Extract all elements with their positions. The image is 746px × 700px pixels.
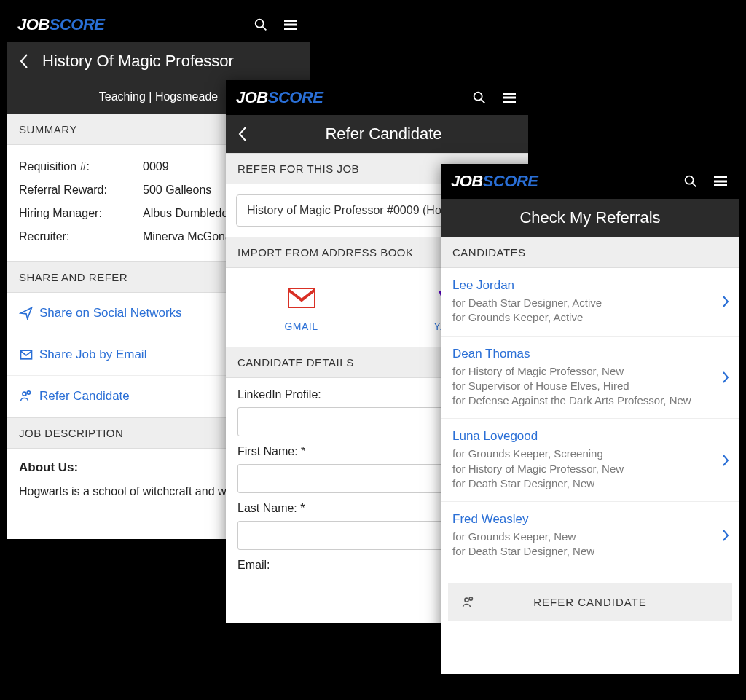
titlebar: Check My Referrals xyxy=(441,199,739,237)
refer-icon xyxy=(19,389,39,404)
titlebar: History Of Magic Professor xyxy=(7,42,310,80)
menu-icon[interactable] xyxy=(500,89,518,106)
candidate-line: for Grounds Keeper, Active xyxy=(452,310,728,325)
logo-job: JOB xyxy=(236,88,268,106)
svg-point-8 xyxy=(474,93,482,101)
page-title: Refer Candidate xyxy=(261,125,506,143)
svg-point-0 xyxy=(256,20,264,28)
svg-line-16 xyxy=(692,183,696,186)
summary-label: Hiring Manager: xyxy=(19,207,143,220)
action-label: Share Job by Email xyxy=(39,347,146,362)
candidate-line: for Supervisor of House Elves, Hired xyxy=(452,379,728,393)
candidate-name: Dean Thomas xyxy=(452,347,728,361)
svg-rect-17 xyxy=(714,176,727,178)
footer-btn-label: REFER CANDIDATE xyxy=(533,596,647,608)
candidate-item[interactable]: Dean Thomasfor History of Magic Professo… xyxy=(441,337,739,420)
svg-line-9 xyxy=(481,99,484,103)
candidate-line: for History of Magic Professor, New xyxy=(452,364,728,379)
share-icon xyxy=(19,306,39,320)
email-icon xyxy=(19,347,39,362)
svg-point-20 xyxy=(465,598,468,602)
refer-icon xyxy=(461,595,476,610)
candidate-name: Lee Jordan xyxy=(452,278,728,293)
candidate-name: Fred Weasley xyxy=(452,512,728,527)
action-label: Share on Social Networks xyxy=(39,306,182,320)
action-label: Refer Candidate xyxy=(39,389,130,404)
search-icon[interactable] xyxy=(683,173,699,189)
topbar: JOBSCORE xyxy=(441,164,739,199)
chevron-right-icon xyxy=(722,529,729,542)
topbar: JOBSCORE xyxy=(226,80,528,115)
candidate-item[interactable]: Fred Weasleyfor Grounds Keeper, Newfor D… xyxy=(441,502,739,570)
topbar: JOBSCORE xyxy=(7,7,310,42)
svg-rect-18 xyxy=(714,181,727,183)
search-icon[interactable] xyxy=(253,17,269,33)
svg-rect-10 xyxy=(503,93,516,95)
candidate-item[interactable]: Luna Lovegoodfor Grounds Keeper, Screeni… xyxy=(441,419,739,502)
logo-score: SCORE xyxy=(50,15,105,34)
menu-icon[interactable] xyxy=(712,173,729,190)
svg-rect-12 xyxy=(503,101,516,103)
candidate-line: for Grounds Keeper, New xyxy=(452,530,728,544)
candidate-line: for Defense Against the Dark Arts Profes… xyxy=(452,393,728,408)
svg-rect-4 xyxy=(284,28,297,30)
logo-job: JOB xyxy=(17,15,50,34)
import-label: GMAIL xyxy=(226,320,377,332)
menu-icon[interactable] xyxy=(282,16,299,34)
summary-label: Recruiter: xyxy=(19,230,143,243)
candidate-line: for Death Star Designer, Active xyxy=(452,296,728,310)
logo: JOBSCORE xyxy=(451,172,670,191)
svg-rect-3 xyxy=(284,24,297,26)
candidate-item[interactable]: Lee Jordanfor Death Star Designer, Activ… xyxy=(441,268,739,337)
back-icon[interactable] xyxy=(237,126,248,142)
back-icon[interactable] xyxy=(19,53,29,69)
svg-point-15 xyxy=(686,176,694,184)
svg-rect-11 xyxy=(503,97,516,99)
candidate-line: for Grounds Keeper, Screening xyxy=(452,447,728,461)
summary-label: Referral Reward: xyxy=(19,184,143,197)
chevron-right-icon xyxy=(722,454,729,467)
page-title: Check My Referrals xyxy=(452,208,728,227)
section-candidates: CANDIDATES xyxy=(441,237,739,268)
search-icon[interactable] xyxy=(471,90,487,106)
summary-label: Requisition #: xyxy=(19,160,143,173)
candidate-line: for Death Star Designer, New xyxy=(452,476,728,491)
candidate-name: Luna Lovegood xyxy=(452,429,728,444)
candidate-list: Lee Jordanfor Death Star Designer, Activ… xyxy=(441,268,739,570)
check-referrals-screen: JOBSCORE Check My Referrals CANDIDATES L… xyxy=(441,164,739,674)
logo: JOBSCORE xyxy=(236,88,458,107)
candidate-line: for Death Star Designer, New xyxy=(452,544,728,559)
page-title: History Of Magic Professor xyxy=(42,52,298,71)
svg-point-21 xyxy=(469,597,472,599)
logo-score: SCORE xyxy=(483,172,538,190)
logo-score: SCORE xyxy=(268,88,323,106)
titlebar: Refer Candidate xyxy=(226,115,528,153)
chevron-right-icon xyxy=(722,371,729,384)
logo: JOBSCORE xyxy=(17,15,240,34)
svg-point-6 xyxy=(23,392,26,396)
gmail-icon xyxy=(226,286,377,310)
svg-point-7 xyxy=(27,391,30,394)
svg-rect-2 xyxy=(284,20,297,22)
candidate-line: for History of Magic Professor, New xyxy=(452,462,728,476)
refer-candidate-button[interactable]: REFER CANDIDATE xyxy=(448,583,732,621)
logo-job: JOB xyxy=(451,172,483,190)
svg-line-1 xyxy=(262,26,266,30)
chevron-right-icon xyxy=(722,295,729,308)
svg-rect-19 xyxy=(714,184,727,186)
import-gmail[interactable]: GMAIL xyxy=(226,281,377,339)
